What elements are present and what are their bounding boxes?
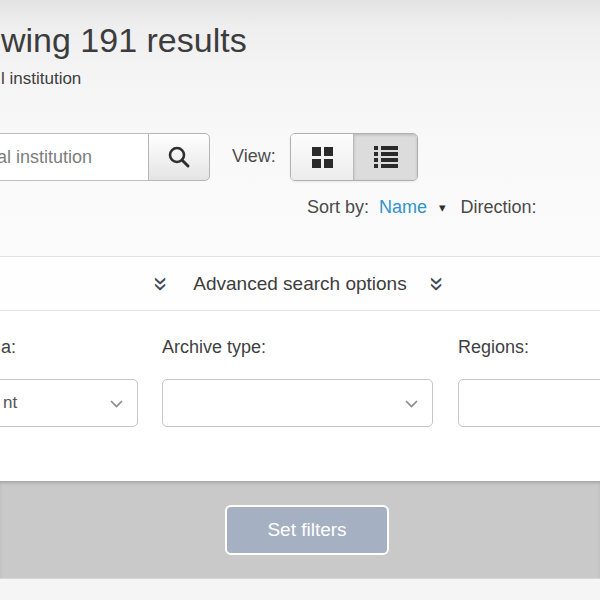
view-label: View: bbox=[232, 146, 276, 167]
search-button[interactable] bbox=[148, 133, 210, 181]
advanced-search-label: Advanced search options bbox=[193, 273, 406, 295]
grid-view-icon bbox=[312, 147, 333, 168]
list-view-icon bbox=[374, 146, 398, 168]
double-chevron-down-icon: » bbox=[425, 276, 451, 290]
page-title: wing 191 results bbox=[1, 21, 247, 60]
page-subtitle: l institution bbox=[1, 69, 81, 89]
filter-panel: a: nt Archive type: Regions: bbox=[0, 311, 600, 481]
page-footer-strip bbox=[0, 578, 600, 600]
filter-label-1: a: bbox=[1, 337, 16, 358]
filter-label-regions: Regions: bbox=[458, 337, 529, 358]
browse-results-page: wing 191 results l institution View: bbox=[0, 0, 600, 600]
caret-down-icon[interactable]: ▾ bbox=[439, 200, 446, 215]
double-chevron-down-icon: » bbox=[149, 276, 175, 290]
grid-view-button[interactable] bbox=[291, 134, 354, 180]
sort-value-link[interactable]: Name bbox=[379, 197, 427, 218]
sort-by-label: Sort by: bbox=[307, 197, 369, 218]
filter-select-archive-type[interactable] bbox=[162, 379, 433, 427]
filter-select-regions[interactable] bbox=[458, 379, 600, 427]
filter-actions-bar: Set filters bbox=[0, 481, 600, 578]
chevron-down-icon bbox=[405, 400, 418, 408]
list-view-button[interactable] bbox=[354, 134, 417, 180]
chevron-down-icon bbox=[110, 400, 123, 408]
direction-label: Direction: bbox=[461, 197, 537, 218]
view-toggle-group bbox=[290, 133, 418, 181]
filter-select-1-value: nt bbox=[3, 393, 17, 413]
filter-select-1[interactable]: nt bbox=[0, 379, 138, 427]
filter-label-archive-type: Archive type: bbox=[162, 337, 266, 358]
set-filters-button[interactable]: Set filters bbox=[225, 505, 389, 555]
advanced-search-toggle[interactable]: » Advanced search options » bbox=[0, 256, 600, 311]
search-icon bbox=[167, 145, 191, 169]
sort-controls: Sort by: Name ▾ Direction: bbox=[307, 197, 537, 218]
search-input[interactable] bbox=[0, 133, 149, 181]
